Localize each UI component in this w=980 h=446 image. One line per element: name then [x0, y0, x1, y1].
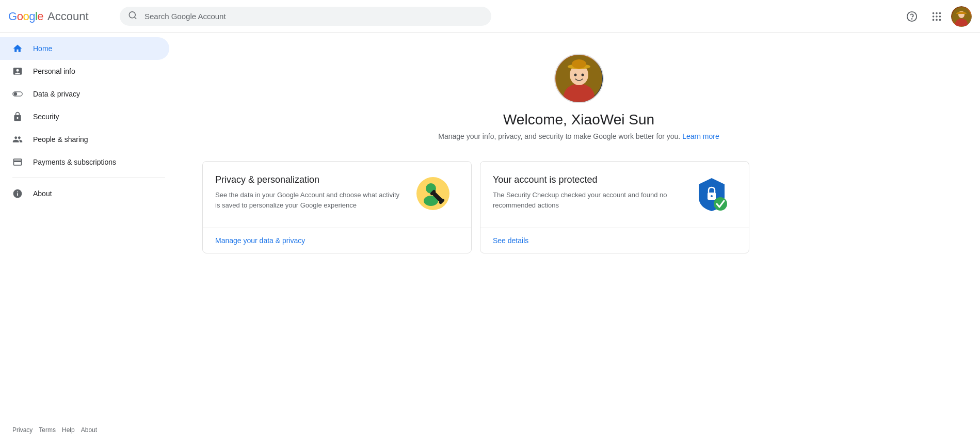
svg-point-5 [936, 12, 938, 14]
help-button[interactable] [902, 6, 922, 27]
svg-point-8 [936, 15, 938, 18]
footer-about-link[interactable]: About [81, 426, 97, 434]
account-logo-text: Account [47, 10, 89, 23]
svg-line-1 [134, 17, 136, 18]
learn-more-link[interactable]: Learn more [682, 132, 719, 140]
privacy-card-text: Privacy & personalization See the data i… [215, 174, 401, 210]
svg-point-11 [936, 19, 938, 21]
privacy-card-title: Privacy & personalization [215, 174, 401, 186]
apps-button[interactable] [926, 6, 947, 27]
security-card-description: The Security Checkup checked your accoun… [493, 190, 679, 210]
sidebar-label-people-sharing: People & sharing [33, 135, 88, 144]
security-card-icon-area [687, 174, 736, 215]
security-card-footer: See details [480, 228, 749, 253]
footer-help-link[interactable]: Help [62, 426, 75, 434]
sidebar-label-personal-info: Personal info [33, 67, 75, 75]
privacy-card-footer: Manage your data & privacy [203, 228, 471, 253]
security-card-title: Your account is protected [493, 174, 679, 186]
people-icon [12, 134, 25, 145]
svg-point-22 [572, 59, 586, 69]
header-actions [902, 6, 972, 27]
welcome-title: Welcome, XiaoWei Sun [503, 112, 654, 128]
sidebar-item-about[interactable]: About [0, 182, 169, 205]
sidebar-divider [12, 178, 165, 178]
security-card: Your account is protected The Security C… [480, 161, 749, 253]
cards-grid: Privacy & personalization See the data i… [202, 161, 749, 253]
sidebar-item-payments[interactable]: Payments & subscriptions [0, 151, 169, 173]
toggle-icon [12, 89, 25, 99]
person-icon [12, 66, 25, 76]
header: Google Account [0, 0, 980, 33]
user-avatar-button[interactable] [951, 6, 972, 27]
layout: Home Personal info Da [0, 33, 980, 446]
profile-avatar [554, 54, 604, 103]
svg-point-12 [939, 19, 941, 21]
sidebar: Home Personal info Da [0, 33, 178, 446]
sidebar-item-home[interactable]: Home [0, 37, 169, 60]
sidebar-label-security: Security [33, 113, 59, 121]
svg-point-10 [933, 19, 935, 21]
svg-point-23 [574, 74, 576, 76]
privacy-card-body: Privacy & personalization See the data i… [203, 162, 471, 228]
svg-point-17 [14, 92, 18, 96]
search-input[interactable] [120, 7, 491, 26]
security-card-text: Your account is protected The Security C… [493, 174, 679, 210]
sidebar-label-home: Home [33, 44, 52, 53]
privacy-card: Privacy & personalization See the data i… [202, 161, 472, 253]
welcome-section: Welcome, XiaoWei Sun Manage your info, p… [202, 54, 955, 140]
search-bar [120, 7, 491, 26]
lock-icon [12, 112, 25, 122]
avatar [951, 6, 972, 27]
home-icon [12, 43, 25, 54]
sidebar-item-data-privacy[interactable]: Data & privacy [0, 83, 169, 105]
security-protected-icon [691, 174, 732, 215]
sidebar-footer: Privacy Terms Help About [0, 418, 178, 442]
svg-point-32 [711, 195, 713, 197]
main-content: Welcome, XiaoWei Sun Manage your info, p… [178, 33, 980, 446]
svg-point-9 [939, 15, 941, 18]
sidebar-label-payments: Payments & subscriptions [33, 158, 116, 166]
sidebar-item-people-sharing[interactable]: People & sharing [0, 128, 169, 151]
svg-point-33 [714, 197, 727, 211]
privacy-card-link[interactable]: Manage your data & privacy [215, 236, 305, 245]
privacy-personalization-icon [413, 174, 455, 215]
logo: Google Account [8, 10, 111, 23]
security-card-link[interactable]: See details [493, 236, 528, 245]
footer-privacy-link[interactable]: Privacy [12, 426, 33, 434]
footer-terms-link[interactable]: Terms [39, 426, 56, 434]
sidebar-nav: Home Personal info Da [0, 37, 178, 418]
sidebar-label-data-privacy: Data & privacy [33, 90, 80, 98]
sidebar-item-security[interactable]: Security [0, 105, 169, 128]
sidebar-label-about: About [33, 189, 52, 198]
svg-point-4 [933, 12, 935, 14]
privacy-card-description: See the data in your Google Account and … [215, 190, 401, 210]
sidebar-item-personal-info[interactable]: Personal info [0, 60, 169, 83]
google-logo-text: Google [8, 10, 43, 23]
svg-point-6 [939, 12, 941, 14]
info-icon [12, 188, 25, 199]
svg-point-7 [933, 15, 935, 18]
security-card-body: Your account is protected The Security C… [480, 162, 749, 228]
privacy-card-icon-area [409, 174, 459, 215]
svg-point-24 [581, 74, 584, 76]
welcome-subtitle: Manage your info, privacy, and security … [438, 132, 719, 140]
card-icon [12, 157, 25, 167]
search-icon [128, 10, 137, 22]
